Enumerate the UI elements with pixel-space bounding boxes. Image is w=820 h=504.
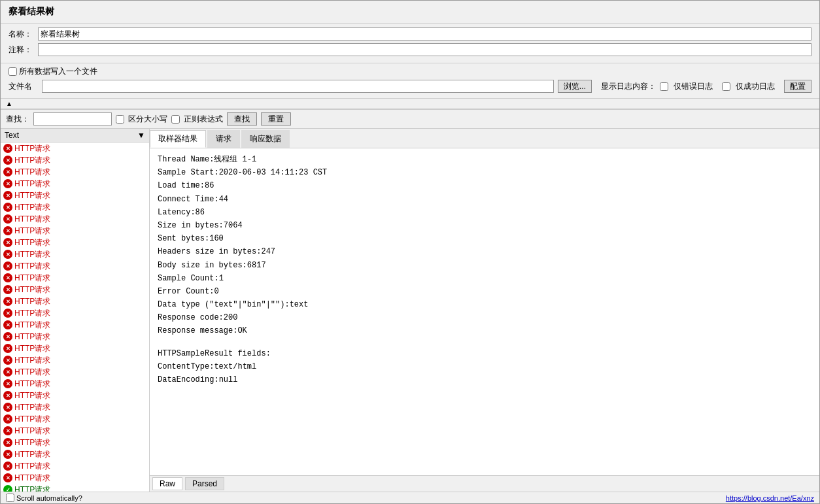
item-label: HTTP请求 — [14, 437, 50, 448]
list-item[interactable]: HTTP请求 — [1, 237, 149, 248]
error-icon — [3, 144, 12, 153]
case-sensitive-checkbox[interactable] — [116, 115, 124, 124]
item-label: HTTP请求 — [14, 155, 50, 166]
browse-button[interactable]: 浏览... — [558, 80, 592, 93]
list-item[interactable]: HTTP请求 — [1, 143, 149, 154]
list-item[interactable]: HTTP请求 — [1, 366, 149, 378]
error-icon — [3, 379, 12, 388]
list-item[interactable]: HTTP请求 — [1, 201, 149, 213]
error-icon — [3, 238, 12, 247]
search-input[interactable] — [33, 112, 112, 126]
response-code-label: Response code: — [158, 313, 224, 322]
success-log-checkbox[interactable] — [722, 82, 730, 91]
regex-checkbox[interactable] — [171, 115, 180, 124]
headers-size-label: Headers size in bytes: — [158, 247, 261, 256]
thread-name-label: Thread Name: — [158, 155, 214, 164]
list-item[interactable]: HTTP请求 — [1, 248, 149, 260]
window-title: 察看结果树 — [9, 6, 811, 18]
error-icon — [3, 450, 12, 459]
load-time-value: 86 — [205, 181, 214, 190]
list-item[interactable]: HTTP请求 — [1, 307, 149, 319]
error-log-checkbox[interactable] — [660, 82, 668, 91]
error-icon — [3, 250, 12, 259]
list-item[interactable]: HTTP请求 — [1, 213, 149, 225]
config-button[interactable]: 配置 — [784, 80, 811, 93]
collapse-bar: ▲ — [1, 99, 819, 109]
item-label: HTTP请求 — [14, 226, 50, 237]
list-item[interactable]: HTTP请求 — [1, 390, 149, 401]
list-item[interactable]: HTTP请求 — [1, 437, 149, 448]
size-bytes-value: 7064 — [224, 221, 243, 230]
list-item[interactable]: HTTP请求 — [1, 260, 149, 272]
item-label: HTTP请求 — [14, 484, 50, 492]
success-icon — [3, 485, 12, 492]
list-item[interactable]: HTTP请求 — [1, 484, 149, 492]
reset-button[interactable]: 重置 — [261, 112, 291, 126]
item-label: HTTP请求 — [14, 402, 50, 413]
item-label: HTTP请求 — [14, 378, 50, 390]
item-label: HTTP请求 — [14, 343, 50, 354]
error-icon — [3, 332, 12, 341]
scroll-checkbox[interactable] — [6, 494, 14, 502]
content-line: Error Count:0 — [158, 286, 811, 298]
search-bar: 查找： 区分大小写 正则表达式 查找 重置 — [1, 109, 819, 129]
content-line: Sample Start:2020-06-03 14:11:23 CST — [158, 167, 811, 179]
comment-row: 注释： — [9, 43, 811, 56]
item-label: HTTP请求 — [14, 202, 50, 213]
headers-size-value: 247 — [261, 247, 275, 256]
all-data-row: 所有数据写入一个文件 — [9, 66, 811, 77]
tree-dropdown[interactable]: Text ▼ — [1, 129, 149, 143]
content-line: Body size in bytes:6817 — [158, 260, 811, 272]
error-icon — [3, 261, 12, 271]
content-line: DataEncoding:null — [158, 374, 811, 386]
item-label: HTTP请求 — [14, 390, 50, 401]
error-icon — [3, 426, 12, 435]
list-item[interactable]: HTTP请求 — [1, 425, 149, 437]
name-input[interactable] — [38, 27, 811, 41]
tab-sampler-result[interactable]: 取样器结果 — [150, 130, 206, 148]
file-label: 文件名 — [9, 81, 38, 92]
tree-list[interactable]: HTTP请求 HTTP请求 HTTP请求 HTTP请求 HTTP请求 HTTP请… — [1, 143, 149, 492]
item-label: HTTP请求 — [14, 296, 50, 307]
status-bar: Scroll automatically? https://blog.csdn.… — [1, 492, 819, 503]
content-line: HTTPSampleResult fields: — [158, 348, 811, 360]
bottom-tab-parsed[interactable]: Parsed — [185, 477, 224, 490]
name-label: 名称： — [9, 29, 38, 40]
list-item[interactable]: HTTP请求 — [1, 378, 149, 390]
list-item[interactable]: HTTP请求 — [1, 225, 149, 237]
data-type-label: Data type ("text"|"bin"|"") — [158, 300, 284, 309]
all-data-checkbox[interactable] — [9, 67, 17, 76]
comment-input[interactable] — [38, 43, 811, 56]
list-item[interactable]: HTTP请求 — [1, 448, 149, 460]
list-item[interactable]: HTTP请求 — [1, 178, 149, 190]
file-input[interactable] — [42, 80, 554, 93]
bottom-tab-raw[interactable]: Raw — [152, 477, 182, 490]
search-button[interactable]: 查找 — [227, 112, 257, 126]
data-encoding-value: null — [219, 375, 238, 384]
list-item[interactable]: HTTP请求 — [1, 354, 149, 366]
list-item[interactable]: HTTP请求 — [1, 154, 149, 166]
item-label: HTTP请求 — [14, 249, 50, 260]
list-item[interactable]: HTTP请求 — [1, 284, 149, 295]
status-link[interactable]: https://blog.csdn.net/Ea/xnz — [726, 494, 814, 502]
list-item[interactable]: HTTP请求 — [1, 413, 149, 425]
content-line: Response message:OK — [158, 325, 811, 337]
list-item[interactable]: HTTP请求 — [1, 190, 149, 201]
list-item[interactable]: HTTP请求 — [1, 401, 149, 413]
tab-response-data[interactable]: 响应数据 — [241, 130, 290, 148]
list-item[interactable]: HTTP请求 — [1, 460, 149, 472]
list-item[interactable]: HTTP请求 — [1, 331, 149, 343]
sample-start-label: Sample Start: — [158, 168, 219, 177]
list-item[interactable]: HTTP请求 — [1, 272, 149, 284]
tabs-bar: 取样器结果 请求 响应数据 — [150, 129, 819, 148]
list-item[interactable]: HTTP请求 — [1, 472, 149, 484]
tab-request[interactable]: 请求 — [207, 130, 240, 148]
list-item[interactable]: HTTP请求 — [1, 343, 149, 354]
item-label: HTTP请求 — [14, 273, 50, 284]
list-item[interactable]: HTTP请求 — [1, 166, 149, 178]
list-item[interactable]: HTTP请求 — [1, 295, 149, 307]
error-icon — [3, 462, 12, 471]
list-item[interactable]: HTTP请求 — [1, 319, 149, 331]
display-label: 显示日志内容： — [601, 81, 656, 92]
error-icon — [3, 403, 12, 412]
